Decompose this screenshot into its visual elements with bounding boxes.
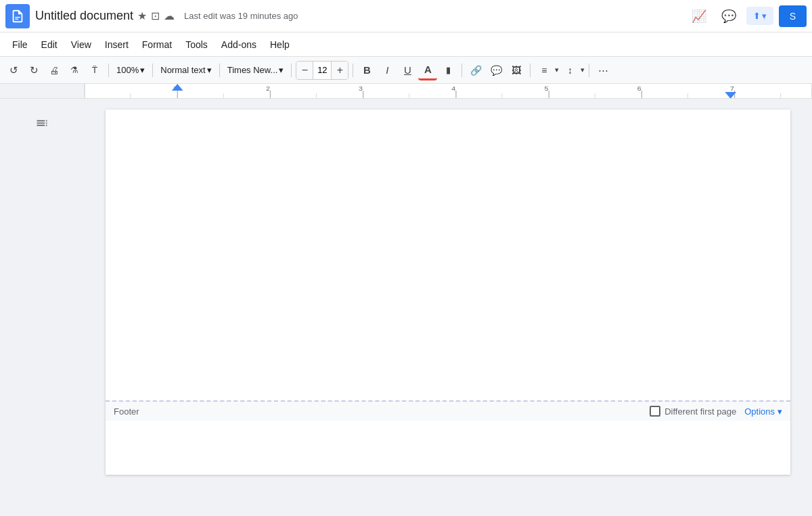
comments-btn[interactable]: 💬 xyxy=(717,4,741,28)
zoom-select[interactable]: 100% ▾ xyxy=(113,61,148,80)
cloud-icon[interactable]: ☁ xyxy=(164,9,175,22)
menu-edit[interactable]: Edit xyxy=(35,37,64,53)
format-clear-btn[interactable]: T̈ xyxy=(85,60,104,80)
insert-comment-btn[interactable]: 💬 xyxy=(487,60,505,80)
font-size-plus-btn[interactable]: + xyxy=(332,61,348,80)
top-bar-right: 📈 💬 ⬆ ▾ S xyxy=(687,4,807,28)
app-icon[interactable] xyxy=(5,4,30,28)
star-icon[interactable]: ★ xyxy=(137,9,147,22)
separator-2 xyxy=(152,64,153,77)
menu-bar: File Edit View Insert Format Tools Add-o… xyxy=(0,32,812,57)
paint-format-btn[interactable]: ⚗ xyxy=(65,60,84,80)
svg-text:5: 5 xyxy=(545,85,549,92)
print-btn[interactable]: 🖨 xyxy=(45,60,64,80)
align-btn[interactable]: ≡ xyxy=(535,60,554,80)
bold-btn[interactable]: B xyxy=(357,60,376,80)
page: Footer Different first page Options ▾ xyxy=(106,110,790,475)
line-spacing-dropdown-icon: ▾ xyxy=(581,66,585,74)
doc-title-area: Untitled document ★ ⊡ ☁ Last edit was 19… xyxy=(35,9,687,23)
svg-rect-2 xyxy=(85,84,811,98)
separator-1 xyxy=(108,64,109,77)
options-dropdown-icon: ▾ xyxy=(777,406,782,417)
different-first-page-label: Different first page xyxy=(664,406,736,417)
align-dropdown-icon: ▾ xyxy=(555,66,559,74)
separator-6 xyxy=(461,64,462,77)
svg-text:2: 2 xyxy=(266,85,270,92)
doc-title[interactable]: Untitled document xyxy=(35,9,133,23)
upload-dropdown-icon: ▾ xyxy=(762,11,767,21)
menu-file[interactable]: File xyxy=(5,37,35,53)
text-style-dropdown-icon: ▾ xyxy=(207,65,212,75)
highlight-btn[interactable]: ▮ xyxy=(438,60,457,80)
doc-container[interactable]: Footer Different first page Options ▾ xyxy=(84,99,812,516)
share-btn[interactable]: S xyxy=(779,5,807,27)
menu-view[interactable]: View xyxy=(64,37,98,53)
separator-5 xyxy=(353,64,353,77)
italic-btn[interactable]: I xyxy=(378,60,397,80)
footer-bar: Footer Different first page Options ▾ xyxy=(106,400,790,421)
toolbar: ↺ ↻ 🖨 ⚗ T̈ 100% ▾ Normal text ▾ Times Ne… xyxy=(0,57,812,84)
font-dropdown-icon: ▾ xyxy=(279,65,284,75)
svg-rect-0 xyxy=(15,16,20,17)
zoom-dropdown-icon: ▾ xyxy=(140,65,145,75)
zoom-value: 100% xyxy=(116,65,139,75)
font-size-area: − + xyxy=(296,61,348,80)
ruler-side-left xyxy=(0,84,84,98)
svg-text:3: 3 xyxy=(359,85,363,92)
ruler-area: 1 2 3 4 5 6 7 xyxy=(0,84,812,99)
underline-btn[interactable]: U xyxy=(398,60,417,80)
options-label: Options xyxy=(744,406,775,417)
menu-tools[interactable]: Tools xyxy=(179,37,215,53)
menu-insert[interactable]: Insert xyxy=(98,37,135,53)
font-size-input[interactable] xyxy=(313,61,332,80)
drive-icon[interactable]: ⊡ xyxy=(151,9,160,22)
svg-rect-1 xyxy=(15,18,18,19)
undo-btn[interactable]: ↺ xyxy=(4,60,23,80)
separator-4 xyxy=(291,64,292,77)
font-select[interactable]: Times New... ▾ xyxy=(224,61,288,80)
redo-btn[interactable]: ↻ xyxy=(24,60,43,80)
text-style-value: Normal text xyxy=(160,65,205,75)
line-spacing-btn[interactable]: ↕ xyxy=(560,60,579,80)
menu-format[interactable]: Format xyxy=(135,37,179,53)
separator-7 xyxy=(530,64,531,77)
separator-3 xyxy=(219,64,220,77)
page-body[interactable] xyxy=(106,110,790,400)
ruler: 1 2 3 4 5 6 7 xyxy=(84,84,812,98)
font-size-minus-btn[interactable]: − xyxy=(296,61,313,80)
different-first-page-area: Different first page xyxy=(650,406,736,417)
trending-btn[interactable]: 📈 xyxy=(687,4,711,28)
svg-text:6: 6 xyxy=(637,85,642,92)
outline-btn[interactable] xyxy=(28,110,55,137)
more-btn[interactable]: ⋯ xyxy=(593,60,612,80)
different-first-page-checkbox[interactable] xyxy=(650,406,660,417)
top-bar: Untitled document ★ ⊡ ☁ Last edit was 19… xyxy=(0,0,812,32)
sidebar xyxy=(0,99,84,516)
text-style-select[interactable]: Normal text ▾ xyxy=(157,61,215,80)
share-label: S xyxy=(790,11,796,22)
upload-btn[interactable]: ⬆ ▾ xyxy=(746,7,773,25)
upload-icon: ⬆ xyxy=(753,11,761,21)
last-edit-text: Last edit was 19 minutes ago xyxy=(184,11,298,21)
link-btn[interactable]: 🔗 xyxy=(466,60,485,80)
svg-text:4: 4 xyxy=(451,85,456,92)
font-value: Times New... xyxy=(227,65,278,75)
insert-image-btn[interactable]: 🖼 xyxy=(507,60,526,80)
menu-addons[interactable]: Add-ons xyxy=(215,37,263,53)
footer-label: Footer xyxy=(114,406,139,417)
options-btn[interactable]: Options ▾ xyxy=(744,406,782,417)
menu-help[interactable]: Help xyxy=(263,37,296,53)
text-color-btn[interactable]: A xyxy=(418,60,437,80)
page-footer-content[interactable] xyxy=(106,421,790,475)
separator-8 xyxy=(589,64,589,77)
content-area: Footer Different first page Options ▾ xyxy=(0,99,812,516)
svg-text:7: 7 xyxy=(730,85,734,92)
